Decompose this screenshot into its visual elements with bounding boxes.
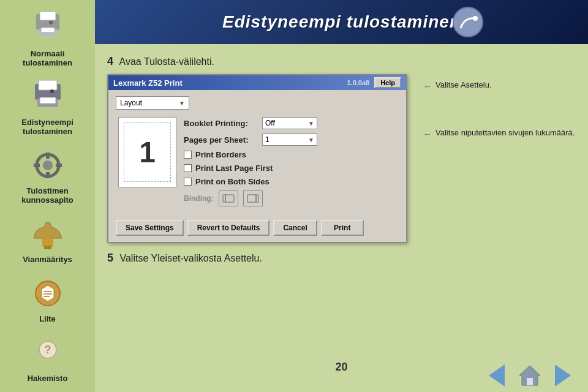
settings-panel: Booklet Printing: Off ▼ Pages per Sheet:… [184,117,399,206]
annotation-arrow-1: ← [423,81,432,91]
sidebar-item-edistyneempi[interactable]: Edistyneempi tulostaminen [8,75,88,138]
header-icon [452,6,484,38]
print-borders-label: Print Borders [195,150,246,159]
sidebar: Normaali tulostaminen Edistyneempi tulos… [0,0,95,392]
binding-label: Binding: [184,194,214,203]
dialog-title: Lexmark Z52 Print [113,78,183,88]
preview-border [124,123,171,182]
annotation-asettelu: ← Valitse Asettelu. [423,80,575,91]
svg-rect-8 [40,97,56,104]
save-settings-button[interactable]: Save Settings [116,220,184,236]
dialog-body: Layout ▼ 1 Booklet Printing: [108,90,406,215]
layout-tab-label: Layout [120,99,142,107]
nav-next-button[interactable] [550,364,576,387]
svg-rect-1 [40,12,56,20]
step5-number: 5 [107,252,113,264]
layout-tab-select[interactable]: Layout ▼ [116,96,189,110]
annotation-arrow-2: ← [423,129,432,139]
booklet-printing-label: Booklet Printing: [184,119,257,128]
help-button[interactable]: Help [374,77,401,88]
print-preview: 1 [118,117,176,187]
nav-prev-button[interactable] [484,364,510,387]
sidebar-item-vianmaaritys[interactable]: Vianmääritys [8,212,88,266]
step4-number: 4 [107,55,113,67]
pages-per-sheet-value: 1 [265,135,270,144]
step5-text: Valitse Yleiset-valikosta Asettelu. [119,253,262,263]
nav-home-button[interactable] [517,364,543,387]
binding-row: Binding: [184,190,399,206]
svg-rect-26 [223,195,234,202]
sidebar-label-tulostimen: Tulostimen kunnossapito [10,186,85,205]
annotation-niputettavien-text: Valitse niputettavien sivujen lukumäärä. [435,128,575,138]
booklet-select-arrow: ▼ [308,120,314,127]
svg-rect-15 [56,164,62,167]
next-triangle-icon [555,364,571,386]
sidebar-label-normaali: Normaali tulostaminen [10,49,85,67]
dialog-area: Lexmark Z52 Print 1.0.0a8 Help Layout ▼ [95,74,588,243]
svg-rect-31 [527,378,533,385]
pages-select-arrow: ▼ [308,137,314,143]
sidebar-item-tulostimen[interactable]: Tulostimen kunnossapito [8,143,88,207]
svg-rect-6 [39,80,57,90]
booklet-printing-select[interactable]: Off ▼ [262,117,317,129]
print-button[interactable]: Print [321,220,364,236]
dialog-main-content: 1 Booklet Printing: Off ▼ [116,115,399,209]
cancel-button[interactable]: Cancel [273,220,317,236]
prev-triangle-icon [489,364,505,386]
dialog-buttons: Save Settings Revert to Defaults Cancel … [108,215,406,242]
page-number: 20 [335,361,347,374]
sidebar-label-vianmaaritys: Vianmääritys [23,255,72,264]
sidebar-item-normaali[interactable]: Normaali tulostaminen [8,6,88,70]
layout-select-arrow: ▼ [179,100,185,107]
normaali-printer-icon [28,9,67,48]
revert-defaults-button[interactable]: Revert to Defaults [187,220,270,236]
layout-tab-row: Layout ▼ [116,96,399,110]
svg-point-4 [49,21,53,24]
print-both-sides-checkbox[interactable] [184,178,192,186]
pages-per-sheet-select[interactable]: 1 ▼ [262,134,317,146]
svg-rect-17 [44,246,51,249]
edistyneempi-printer-icon [28,77,67,116]
print-last-page-label: Print Last Page First [195,164,273,173]
svg-rect-14 [34,164,40,167]
svg-rect-28 [247,195,258,202]
svg-point-24 [453,7,483,37]
step4-text: Avaa Tulosta-välilehti. [119,56,214,67]
sidebar-label-edistyneempi: Edistyneempi tulostaminen [10,118,85,136]
svg-point-9 [50,89,54,93]
dialog-titlebar: Lexmark Z52 Print 1.0.0a8 Help [108,75,406,90]
sidebar-label-hakemisto: Hakemisto [28,374,68,383]
dialog-version: 1.0.0a8 [347,79,369,86]
svg-rect-3 [41,28,55,32]
print-both-sides-row: Print on Both Sides [184,177,399,186]
home-icon [518,364,541,386]
main-content: Edistyneempi tulostaminen 4 Avaa Tulosta… [95,0,588,392]
step4-instruction: 4 Avaa Tulosta-välilehti. [95,44,588,74]
header: Edistyneempi tulostaminen [95,0,588,44]
print-last-page-checkbox[interactable] [184,164,192,172]
print-borders-row: Print Borders [184,150,399,159]
svg-rect-13 [46,172,50,178]
sidebar-item-hakemisto[interactable]: ? Hakemisto [8,331,88,385]
svg-point-25 [473,16,478,21]
booklet-printing-value: Off [265,119,275,127]
step5-instruction: 5 Valitse Yleiset-valikosta Asettelu. [95,243,588,265]
pages-per-sheet-row: Pages per Sheet: 1 ▼ [184,134,399,146]
vianmaaritys-icon [28,214,67,254]
annotation-niputettavien: ← Valitse niputettavien sivujen lukumäär… [423,128,575,139]
sidebar-label-liite: Liite [39,314,56,323]
print-borders-checkbox[interactable] [184,151,192,159]
tulostimen-icon [28,146,67,185]
binding-right-button[interactable] [243,190,263,206]
svg-point-11 [43,160,53,170]
bottom-nav-icons [484,364,576,387]
svg-text:?: ? [44,344,51,356]
dialog-titlebar-right: 1.0.0a8 Help [347,77,401,88]
annotations-panel: ← Valitse Asettelu. ← Valitse niputettav… [423,74,575,139]
hakemisto-icon: ? [28,333,67,372]
page-title: Edistyneempi tulostaminen [222,12,461,32]
binding-left-button[interactable] [219,190,238,206]
annotation-asettelu-text: Valitse Asettelu. [435,80,492,91]
svg-rect-16 [42,238,53,247]
sidebar-item-liite[interactable]: Liite [8,271,88,326]
